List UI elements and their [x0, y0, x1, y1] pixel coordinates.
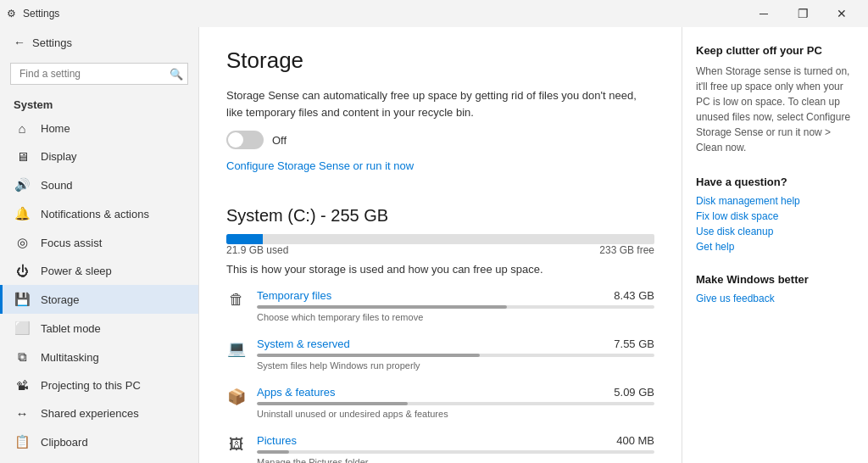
sidebar-item-tablet[interactable]: ⬜ Tablet mode [0, 314, 198, 343]
storage-item-bar-2 [257, 402, 408, 405]
power-icon: ⏻ [14, 264, 31, 278]
back-icon: ← [14, 36, 25, 49]
sidebar-item-label-sound: Sound [41, 179, 73, 192]
multitasking-icon: ⧉ [14, 349, 31, 365]
storage-item-bar-bg-1 [257, 354, 654, 357]
storage-bar-used [226, 234, 263, 244]
title-bar-left: ⚙ Settings [7, 8, 59, 20]
sidebar-item-power[interactable]: ⏻ Power & sleep [0, 257, 198, 285]
sidebar-item-shared[interactable]: ↔ Shared experiences [0, 399, 198, 427]
give-feedback-link[interactable]: Give us feedback [696, 293, 854, 304]
sidebar-item-label-focus: Focus assist [41, 237, 102, 249]
search-input[interactable] [10, 63, 188, 85]
storage-item-bar-3 [257, 450, 289, 454]
sidebar-item-label-tablet: Tablet mode [41, 322, 101, 335]
sidebar-item-label-notifications: Notifications & actions [41, 208, 149, 220]
tip-text: When Storage sense is turned on, it'll f… [696, 64, 854, 155]
storage-item-bar-bg-2 [257, 402, 654, 405]
storage-bar-container: 21.9 GB used 233 GB free [226, 234, 654, 256]
configure-link[interactable]: Configure Storage Sense or run it now [226, 159, 414, 172]
sidebar-item-focus[interactable]: ◎ Focus assist [0, 228, 198, 257]
back-label: Settings [32, 36, 72, 49]
storage-sense-description: Storage Sense can automatically free up … [226, 87, 654, 120]
minimize-button[interactable]: ─ [744, 0, 783, 27]
sound-icon: 🔊 [14, 177, 31, 192]
storage-bar-bg [226, 234, 654, 244]
sidebar-item-label-storage: Storage [41, 293, 80, 306]
panel-link-1[interactable]: Fix low disk space [696, 210, 854, 222]
storage-item-icon-1: 💻 [226, 339, 247, 358]
sidebar-item-label-clipboard: Clipboard [41, 436, 88, 449]
toggle-knob [228, 132, 243, 148]
tablet-icon: ⬜ [14, 321, 31, 336]
title-bar-controls: ─ ❐ ✕ [744, 0, 861, 27]
storage-item-sub-2: Uninstall unused or undesired apps & fea… [257, 409, 654, 419]
tip-title: Keep clutter off your PC [696, 44, 854, 57]
storage-item-icon-0: 🗑 [226, 291, 247, 309]
display-icon: 🖥 [14, 149, 31, 164]
storage-item-details-0: Temporary files 8.43 GB Choose which tem… [257, 289, 654, 322]
sidebar-item-storage[interactable]: 💾 Storage [0, 285, 198, 314]
sidebar-item-label-power: Power & sleep [41, 265, 112, 277]
sidebar-item-multitasking[interactable]: ⧉ Multitasking [0, 343, 198, 371]
storage-item-name-0[interactable]: Temporary files [257, 289, 331, 302]
sidebar-item-notifications[interactable]: 🔔 Notifications & actions [0, 199, 198, 228]
sidebar-items: ⌂ Home 🖥 Display 🔊 Sound 🔔 Notifications… [0, 114, 198, 456]
sidebar-section-label: System [0, 93, 198, 114]
storage-labels: 21.9 GB used 233 GB free [226, 244, 654, 256]
panel-link-0[interactable]: Disk management help [696, 195, 854, 207]
title-bar-label: Settings [23, 8, 59, 20]
storage-sense-toggle[interactable] [226, 131, 264, 149]
notifications-icon: 🔔 [14, 206, 31, 221]
maximize-button[interactable]: ❐ [783, 0, 822, 27]
tip-section: Keep clutter off your PC When Storage se… [696, 44, 854, 155]
focus-icon: ◎ [14, 235, 31, 250]
clipboard-icon: 📋 [14, 434, 31, 449]
storage-item-icon-3: 🖼 [226, 436, 247, 454]
right-panel: Keep clutter off your PC When Storage se… [682, 27, 868, 463]
storage-item-top-1: System & reserved 7.55 GB [257, 337, 654, 350]
storage-item-bar-bg-3 [257, 450, 654, 454]
storage-item-size-2: 5.09 GB [614, 386, 654, 399]
sidebar-item-home[interactable]: ⌂ Home [0, 114, 198, 142]
storage-item-size-0: 8.43 GB [614, 289, 654, 302]
feedback-section: Make Windows better Give us feedback [696, 273, 854, 304]
storage-item-size-1: 7.55 GB [614, 337, 654, 350]
sidebar-item-projecting[interactable]: 📽 Projecting to this PC [0, 371, 198, 399]
storage-item-top-3: Pictures 400 MB [257, 434, 654, 447]
panel-link-2[interactable]: Use disk cleanup [696, 226, 854, 237]
storage-item-1: 💻 System & reserved 7.55 GB System files… [226, 337, 654, 371]
home-icon: ⌂ [14, 121, 31, 136]
sidebar-item-label-shared: Shared experiences [41, 407, 139, 420]
storage-item-bar-0 [257, 305, 507, 309]
sidebar-item-sound[interactable]: 🔊 Sound [0, 170, 198, 199]
close-button[interactable]: ✕ [822, 0, 861, 27]
main-content: Storage Storage Sense can automatically … [199, 27, 682, 463]
storage-item-bar-bg-0 [257, 305, 654, 309]
panel-link-3[interactable]: Get help [696, 241, 854, 253]
storage-item-name-2[interactable]: Apps & features [257, 386, 336, 399]
storage-item-name-1[interactable]: System & reserved [257, 337, 350, 350]
storage-header: System (C:) - 255 GB [226, 206, 654, 226]
sidebar-item-clipboard[interactable]: 📋 Clipboard [0, 427, 198, 456]
storage-item-sub-3: Manage the Pictures folder [257, 457, 654, 463]
back-button[interactable]: ← Settings [0, 27, 198, 58]
storage-item-2: 📦 Apps & features 5.09 GB Uninstall unus… [226, 386, 654, 419]
sidebar-item-display[interactable]: 🖥 Display [0, 142, 198, 170]
search-icon-button[interactable]: 🔍 [170, 68, 183, 81]
storage-icon: 💾 [14, 292, 31, 307]
storage-item-top-2: Apps & features 5.09 GB [257, 386, 654, 399]
storage-item-bar-1 [257, 354, 480, 357]
storage-item-sub-0: Choose which temporary files to remove [257, 312, 654, 322]
sidebar-item-label-multitasking: Multitasking [41, 351, 99, 364]
projecting-icon: 📽 [14, 378, 31, 393]
toggle-row: Off [226, 131, 654, 149]
storage-item-name-3[interactable]: Pictures [257, 434, 297, 447]
storage-item-details-2: Apps & features 5.09 GB Uninstall unused… [257, 386, 654, 419]
question-title: Have a question? [696, 176, 854, 188]
settings-icon: ⚙ [7, 8, 16, 20]
free-label: 233 GB free [599, 244, 654, 256]
sidebar: ← Settings 🔍 System ⌂ Home 🖥 Display 🔊 S… [0, 27, 199, 463]
feedback-title: Make Windows better [696, 273, 854, 286]
shared-icon: ↔ [14, 406, 31, 421]
